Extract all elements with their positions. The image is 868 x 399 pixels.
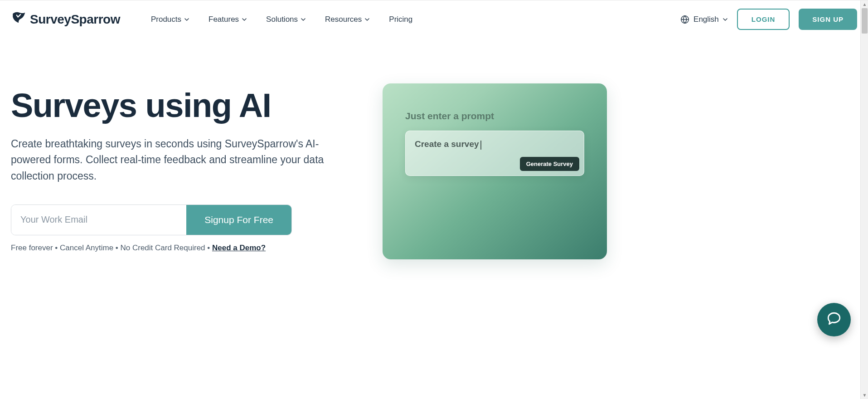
scroll-down-arrow-icon[interactable]: ▼ <box>861 391 868 399</box>
signup-free-button[interactable]: Signup For Free <box>186 205 291 235</box>
text-caret-icon <box>480 141 481 150</box>
chat-bubble-icon <box>826 311 842 328</box>
chat-fab[interactable] <box>817 303 851 336</box>
demo-link[interactable]: Need a Demo? <box>212 243 266 252</box>
nav-item-pricing[interactable]: Pricing <box>389 15 412 24</box>
nav-label: Features <box>209 15 239 24</box>
chevron-down-icon <box>242 17 247 22</box>
nav-item-solutions[interactable]: Solutions <box>266 15 306 24</box>
nav-label: Resources <box>325 15 362 24</box>
nav-label: Solutions <box>266 15 298 24</box>
brand-name: SurveySparrow <box>30 12 120 27</box>
chevron-down-icon <box>364 17 370 22</box>
preview-label: Just enter a prompt <box>405 111 584 122</box>
hero-left: Surveys using AI Create breathtaking sur… <box>11 88 355 253</box>
ai-preview-card: Just enter a prompt Create a survey Gene… <box>383 83 607 259</box>
vertical-scrollbar[interactable]: ▲ ▼ <box>860 0 868 399</box>
nav-links: Products Features Solutions Resources Pr… <box>151 15 412 24</box>
scroll-thumb[interactable] <box>862 8 868 34</box>
prompt-text: Create a survey <box>415 139 479 149</box>
chevron-down-icon <box>301 17 306 22</box>
brand-logo[interactable]: SurveySparrow <box>11 10 120 29</box>
nav-item-resources[interactable]: Resources <box>325 15 370 24</box>
nav-label: Products <box>151 15 181 24</box>
nav-label: Pricing <box>389 15 412 24</box>
hero-subtitle: Create breathtaking surveys in seconds u… <box>11 136 337 185</box>
language-label: English <box>693 15 719 24</box>
nav-item-features[interactable]: Features <box>209 15 247 24</box>
chevron-down-icon <box>723 17 728 22</box>
hero-section: Surveys using AI Create breathtaking sur… <box>0 38 868 259</box>
generate-survey-button[interactable]: Generate Survey <box>520 157 579 171</box>
hero-title: Surveys using AI <box>11 88 355 123</box>
globe-icon <box>680 15 690 24</box>
work-email-input[interactable] <box>11 205 186 235</box>
nav-right: English LOGIN SIGN UP <box>680 9 857 30</box>
fineprint: Free forever • Cancel Anytime • No Credi… <box>11 243 355 253</box>
login-button[interactable]: LOGIN <box>737 9 790 30</box>
scroll-up-arrow-icon[interactable]: ▲ <box>861 0 868 8</box>
top-nav: SurveySparrow Products Features Solution… <box>0 0 868 38</box>
fineprint-text: Free forever • Cancel Anytime • No Credi… <box>11 243 212 252</box>
language-selector[interactable]: English <box>680 15 728 24</box>
sparrow-icon <box>11 10 26 29</box>
signup-button[interactable]: SIGN UP <box>799 9 857 30</box>
prompt-box[interactable]: Create a survey Generate Survey <box>405 131 584 176</box>
chevron-down-icon <box>184 17 189 22</box>
nav-item-products[interactable]: Products <box>151 15 189 24</box>
email-signup-row: Signup For Free <box>11 204 292 235</box>
